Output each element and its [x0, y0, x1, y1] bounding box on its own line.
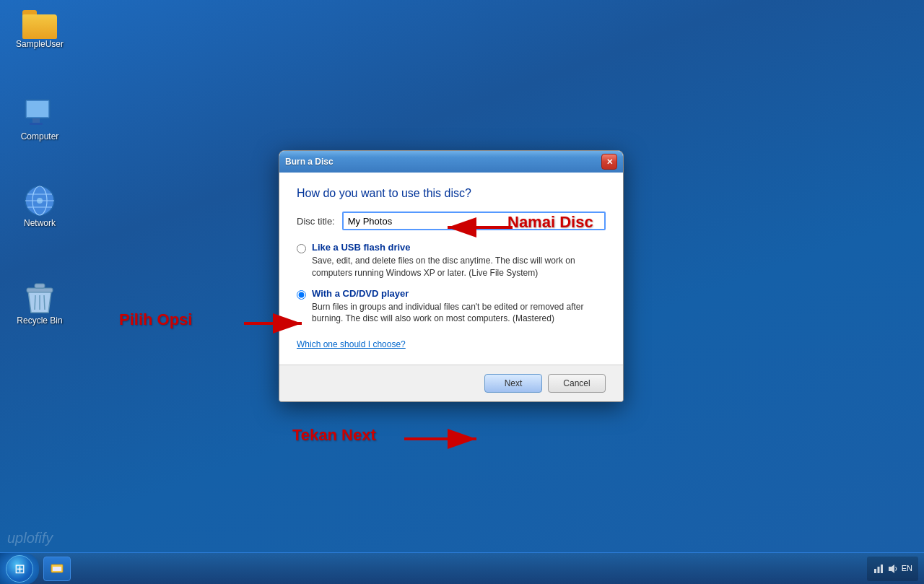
help-link[interactable]: Which one should I choose?	[297, 339, 406, 349]
dialog-footer: Next Cancel	[279, 365, 623, 401]
network-icon	[22, 183, 57, 218]
start-button[interactable]	[0, 553, 39, 585]
dvd-option-row: With a CD/DVD player Burn files in group…	[297, 288, 606, 326]
dvd-radio[interactable]	[297, 290, 306, 300]
desktop-icon-network-label: Network	[24, 218, 56, 228]
svg-rect-24	[53, 567, 61, 571]
svg-rect-1	[27, 101, 48, 117]
annotation-pilih-opsi: Pilih Opsi	[119, 310, 192, 329]
svg-marker-28	[889, 565, 894, 573]
desktop-icon-recycle-bin[interactable]: Recycle Bin	[7, 278, 72, 328]
svg-rect-2	[32, 118, 40, 123]
taskbar-explorer-button[interactable]	[43, 557, 71, 581]
usb-option-row: Like a USB flash drive Save, edit, and d…	[297, 242, 606, 279]
dialog-titlebar: Burn a Disc ✕	[279, 151, 623, 173]
start-orb	[6, 555, 33, 583]
tray-network-icon	[873, 563, 884, 575]
dialog-close-button[interactable]: ✕	[601, 154, 617, 170]
desktop-icon-sampleuser[interactable]: SampleUser	[7, 7, 72, 52]
desktop-icon-computer[interactable]: Computer	[7, 94, 72, 144]
watermark: uplofify	[7, 530, 53, 546]
svg-point-9	[37, 198, 43, 204]
usb-option-desc: Save, edit, and delete files on the disc…	[312, 255, 606, 279]
dvd-option-desc: Burn files in groups and individual file…	[312, 301, 606, 326]
usb-option-content: Like a USB flash drive Save, edit, and d…	[312, 242, 606, 279]
desktop-icon-network[interactable]: Network	[7, 180, 72, 231]
computer-icon	[22, 97, 57, 131]
disc-title-label: Disc title:	[297, 216, 335, 227]
usb-radio[interactable]	[297, 244, 306, 253]
dialog-title: Burn a Disc	[285, 157, 601, 167]
taskbar-right: EN	[867, 557, 924, 581]
desktop: SampleUser Computer Network	[0, 0, 924, 584]
svg-line-15	[44, 295, 45, 310]
annotation-namai-disc: Namai Disc	[507, 213, 593, 232]
next-button[interactable]: Next	[484, 374, 542, 393]
desktop-icon-sampleuser-label: SampleUser	[16, 39, 64, 49]
svg-rect-26	[877, 567, 879, 573]
usb-option-title: Like a USB flash drive	[312, 242, 606, 253]
dvd-option-title: With a CD/DVD player	[312, 288, 606, 299]
dvd-option-content: With a CD/DVD player Burn files in group…	[312, 288, 606, 326]
dialog-question: How do you want to use this disc?	[297, 187, 606, 200]
explorer-taskbar-icon	[50, 562, 64, 576]
svg-rect-11	[27, 288, 53, 292]
taskbar: EN	[0, 552, 924, 584]
arrow-tekan-next	[401, 424, 487, 453]
svg-rect-3	[30, 123, 43, 125]
folder-icon	[22, 10, 57, 39]
svg-rect-12	[35, 284, 45, 288]
system-clock: EN	[902, 563, 912, 573]
clock-language: EN	[902, 563, 912, 573]
burn-disc-dialog: Burn a Disc ✕ How do you want to use thi…	[279, 150, 624, 402]
desktop-icon-recycle-bin-label: Recycle Bin	[17, 315, 62, 326]
svg-line-13	[35, 295, 35, 310]
cancel-button[interactable]: Cancel	[548, 374, 606, 393]
svg-rect-25	[874, 569, 876, 573]
system-tray: EN	[867, 557, 918, 581]
desktop-icon-computer-label: Computer	[21, 131, 59, 141]
annotation-tekan-next: Tekan Next	[292, 426, 376, 445]
svg-rect-27	[881, 565, 883, 573]
tray-volume-icon	[887, 563, 899, 575]
dialog-content: How do you want to use this disc? Disc t…	[279, 173, 623, 365]
recycle-bin-icon	[22, 281, 57, 315]
